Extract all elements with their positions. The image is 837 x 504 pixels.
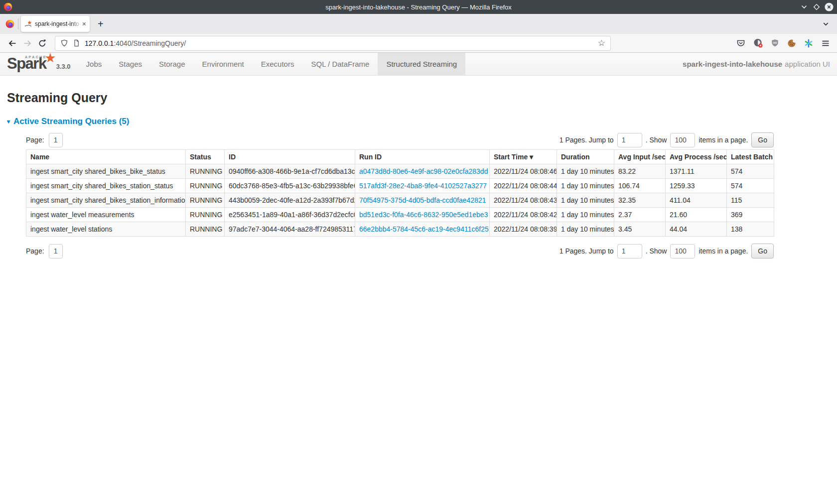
cell-avg-input: 83.22 (614, 164, 666, 179)
go-button[interactable]: Go (751, 244, 774, 258)
cell-avg-input: 106.74 (614, 179, 666, 193)
window-maximize-button[interactable] (812, 2, 821, 11)
total-pages-label: 1 Pages. Jump to (559, 247, 614, 255)
tracking-protection-shield-icon[interactable] (60, 39, 68, 47)
col-header-status[interactable]: Status (186, 150, 225, 164)
cell-latest-batch: 574 (727, 164, 774, 179)
list-all-tabs-button[interactable] (822, 20, 830, 28)
cell-latest-batch: 115 (727, 193, 774, 208)
cell-status: RUNNING (186, 179, 225, 193)
run-id-link[interactable]: 70f54975-375d-4d05-bdfa-ccd0fae42821 (359, 196, 486, 204)
reload-button[interactable] (35, 36, 50, 50)
nav-tab-structured-streaming[interactable]: Structured Streaming (378, 53, 465, 75)
spark-header: APACHE Spark ★ 3.3.0 Jobs Stages Storage… (0, 53, 837, 76)
go-button[interactable]: Go (751, 132, 774, 147)
active-queries-section: Page: 1 Pages. Jump to . Show items in a… (26, 132, 774, 259)
cell-start-time: 2022/11/24 08:08:44 (490, 179, 557, 193)
col-header-name[interactable]: Name (26, 150, 186, 164)
show-label: . Show (646, 247, 667, 255)
page-title: Streaming Query (7, 91, 830, 105)
cell-status: RUNNING (186, 193, 225, 208)
cell-name: ingest water_level stations (26, 222, 186, 237)
disabled-extension-icon[interactable] (753, 38, 763, 48)
cell-start-time: 2022/11/24 08:08:46 (490, 164, 557, 179)
spark-version: 3.3.0 (54, 63, 71, 74)
tab-close-button[interactable]: × (82, 20, 86, 27)
cell-id: 60dc3768-85e3-4fb5-a13c-63b29938bfe6 (225, 179, 355, 193)
cell-avg-process: 21.60 (666, 208, 727, 222)
run-id-link[interactable]: a0473d8d-80e6-4e9f-ac98-02e0cfa283dd (359, 167, 488, 175)
window-minimize-button[interactable] (800, 2, 809, 11)
nav-tab-storage[interactable]: Storage (150, 53, 194, 75)
firefox-view-button[interactable] (5, 19, 14, 28)
window-close-button[interactable] (825, 2, 834, 11)
col-header-id[interactable]: ID (225, 150, 355, 164)
cell-id: 97adc7e7-3044-4064-aa28-ff7249853117 (225, 222, 355, 237)
cookie-extension-icon[interactable] (787, 39, 796, 48)
back-button[interactable] (5, 36, 20, 50)
browser-nav-bar: 127.0.0.1:4040/StreamingQuery/ ☆ UO (0, 34, 837, 53)
cell-duration: 1 day 10 minutes (557, 208, 614, 222)
tab-title: spark-ingest-into-lakehous (35, 20, 81, 27)
cell-id: 0940ff66-a308-466b-9e1a-cf7cd6dba13c (225, 164, 355, 179)
col-header-latest-batch[interactable]: Latest Batch (727, 150, 774, 164)
cell-start-time: 2022/11/24 08:08:43 (490, 193, 557, 208)
firefox-logo-icon (3, 2, 12, 11)
cell-status: RUNNING (186, 208, 225, 222)
application-ui-label: spark-ingest-into-lakehouse application … (683, 53, 830, 75)
nav-tab-jobs[interactable]: Jobs (78, 53, 111, 75)
col-header-start-time[interactable]: Start Time ▾ (490, 150, 557, 164)
active-queries-section-toggle[interactable]: ▾ Active Streaming Queries (5) (7, 117, 129, 126)
browser-tab[interactable]: spark-ingest-into-lakehous × (21, 16, 90, 32)
nav-tab-stages[interactable]: Stages (110, 53, 150, 75)
cell-avg-process: 44.04 (666, 222, 727, 237)
cell-name: ingest smart_city shared_bikes_station_i… (26, 193, 186, 208)
cell-id: 443b0059-2dec-40fe-a12d-2a393f7b67d2 (225, 193, 355, 208)
page-number-input[interactable] (49, 133, 63, 147)
items-per-page-input[interactable] (670, 244, 695, 258)
hamburger-menu-icon[interactable] (821, 39, 830, 48)
cell-avg-process: 411.04 (666, 193, 727, 208)
cell-avg-input: 2.37 (614, 208, 666, 222)
nav-tab-sql-dataframe[interactable]: SQL / DataFrame (302, 53, 378, 75)
jump-to-input[interactable] (617, 133, 642, 147)
run-id-link[interactable]: 517afd3f-28e2-4ba8-9fe4-4102527a3277 (359, 182, 487, 190)
nav-tab-environment[interactable]: Environment (194, 53, 253, 75)
col-header-duration[interactable]: Duration (557, 150, 614, 164)
tab-separator (18, 18, 18, 29)
bookmark-star-icon[interactable]: ☆ (598, 39, 605, 47)
total-pages-label: 1 Pages. Jump to (559, 136, 614, 144)
toolbar-extensions: UO (736, 38, 830, 48)
spark-logo[interactable]: APACHE Spark ★ 3.3.0 (0, 53, 74, 75)
section-title: Active Streaming Queries (5) (13, 117, 129, 126)
cell-avg-input: 3.45 (614, 222, 666, 237)
pocket-icon[interactable] (736, 39, 745, 48)
cell-name: ingest water_level measurements (26, 208, 186, 222)
items-label: items in a page. (698, 136, 748, 144)
page-number-input[interactable] (49, 244, 63, 258)
cell-duration: 1 day 10 minutes (557, 164, 614, 179)
col-header-run-id[interactable]: Run ID (355, 150, 490, 164)
url-bar[interactable]: 127.0.0.1:4040/StreamingQuery/ ☆ (55, 36, 611, 51)
col-header-avg-process[interactable]: Avg Process /sec (666, 150, 727, 164)
cell-name: ingest smart_city shared_bikes_station_s… (26, 179, 186, 193)
pagination-top: Page: 1 Pages. Jump to . Show items in a… (26, 132, 774, 148)
col-header-avg-input[interactable]: Avg Input /sec (614, 150, 666, 164)
ublock-origin-icon[interactable]: UO (771, 39, 779, 47)
url-host: 127.0.0.1 (85, 39, 114, 47)
run-id-link[interactable]: 66e2bbb4-5784-45c6-ac19-4ec9411c6f25 (359, 225, 489, 233)
firefox-window: spark-ingest-into-lakehouse - Streaming … (0, 0, 837, 504)
new-tab-button[interactable]: + (98, 19, 104, 29)
forward-button[interactable] (20, 36, 35, 50)
page-info-icon[interactable] (73, 39, 80, 47)
window-title: spark-ingest-into-lakehouse - Streaming … (0, 3, 837, 11)
nav-tab-executors[interactable]: Executors (253, 53, 303, 75)
table-row: ingest smart_city shared_bikes_station_i… (26, 193, 774, 208)
items-label: items in a page. (698, 247, 748, 255)
asterisk-extension-icon[interactable] (804, 39, 813, 48)
cell-start-time: 2022/11/24 08:08:42 (490, 208, 557, 222)
run-id-link[interactable]: bd51ed3c-f0fa-46c6-8632-950e5ed1ebe3 (359, 211, 488, 219)
jump-to-input[interactable] (617, 244, 642, 258)
items-per-page-input[interactable] (670, 133, 695, 147)
cell-avg-process: 1259.33 (666, 179, 727, 193)
